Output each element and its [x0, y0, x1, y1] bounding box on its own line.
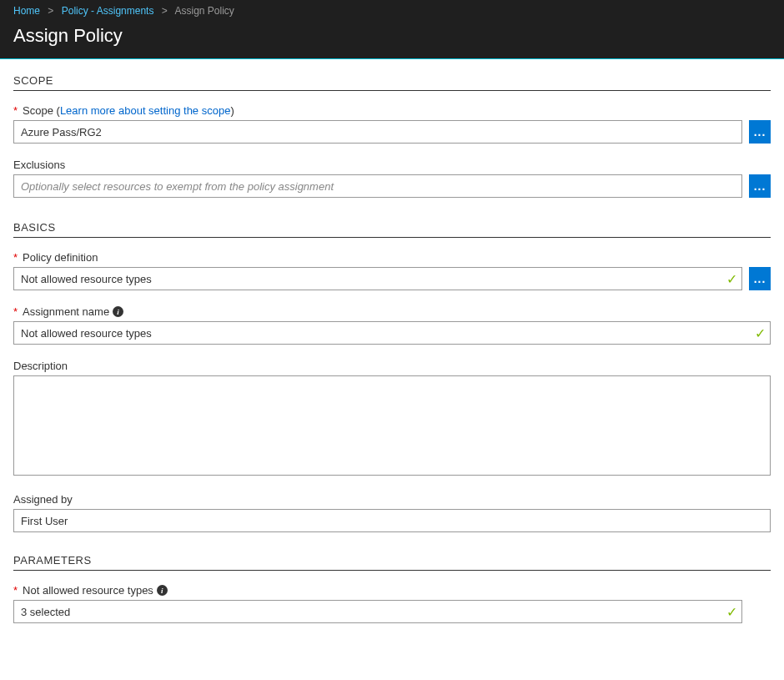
exclusions-picker-button[interactable]: ...	[749, 174, 771, 198]
breadcrumb-current: Assign Policy	[174, 5, 234, 17]
page-title: Assign Policy	[0, 22, 784, 58]
description-textarea[interactable]	[13, 375, 771, 476]
assigned-by-label: Assigned by	[13, 493, 771, 506]
required-indicator: *	[13, 251, 18, 264]
info-icon[interactable]: i	[113, 306, 123, 317]
description-label: Description	[13, 360, 771, 372]
policy-definition-picker-button[interactable]: ...	[749, 267, 771, 290]
exclusions-input[interactable]	[13, 174, 742, 198]
not-allowed-types-label: * Not allowed resource types i	[13, 584, 771, 597]
breadcrumb-separator: >	[162, 5, 168, 17]
breadcrumb-home[interactable]: Home	[13, 5, 40, 17]
required-indicator: *	[13, 584, 18, 597]
policy-definition-input[interactable]	[13, 267, 742, 290]
breadcrumb: Home > Policy - Assignments > Assign Pol…	[0, 0, 784, 22]
section-header-parameters: PARAMETERS	[13, 554, 771, 571]
header-bar: Home > Policy - Assignments > Assign Pol…	[0, 0, 784, 59]
not-allowed-types-input[interactable]	[13, 600, 742, 623]
scope-label: * Scope (Learn more about setting the sc…	[13, 104, 771, 117]
scope-input[interactable]	[13, 120, 742, 144]
required-indicator: *	[13, 305, 18, 318]
breadcrumb-separator: >	[48, 5, 53, 17]
assignment-name-label: * Assignment name i	[13, 305, 771, 318]
info-icon[interactable]: i	[157, 585, 168, 596]
exclusions-label: Exclusions	[13, 159, 771, 171]
section-header-scope: SCOPE	[13, 74, 771, 91]
section-header-basics: BASICS	[13, 221, 771, 238]
breadcrumb-policy-assignments[interactable]: Policy - Assignments	[62, 5, 154, 17]
scope-learn-more-link[interactable]: Learn more about setting the scope	[60, 104, 231, 117]
policy-definition-label: * Policy definition	[13, 251, 771, 264]
required-indicator: *	[13, 104, 18, 117]
scope-picker-button[interactable]: ...	[749, 120, 771, 144]
assignment-name-input[interactable]	[13, 321, 771, 345]
assigned-by-input[interactable]	[13, 509, 771, 532]
